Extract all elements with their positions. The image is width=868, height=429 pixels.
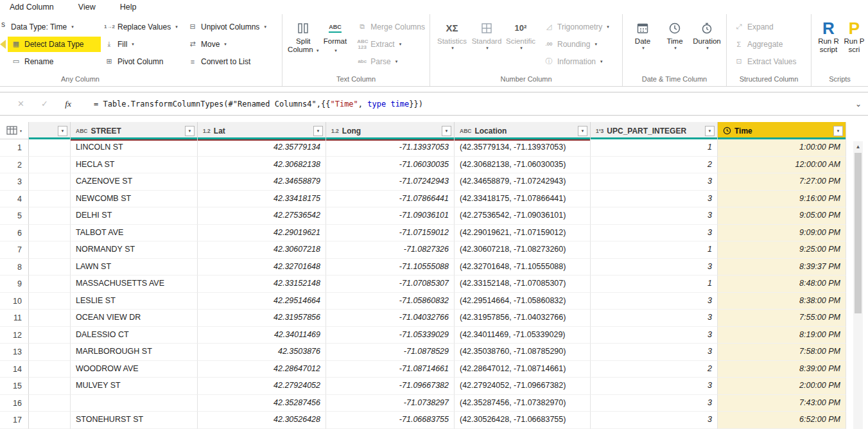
cell-time[interactable]: 2:00:00 PM [718, 378, 846, 395]
cell-long[interactable]: -71.07866441 [326, 191, 455, 208]
cell-long[interactable]: -71.07159012 [326, 225, 455, 242]
filter-dropdown-icon[interactable]: ▼ [185, 126, 195, 136]
cell-location[interactable]: (42.35038760, -71.08785290) [455, 344, 591, 361]
cell-upc-part-integer[interactable]: 3 [591, 310, 718, 327]
cell-time[interactable]: 7:55:00 PM [718, 310, 846, 327]
cell-street[interactable]: LESLIE ST [71, 293, 198, 310]
statistics-button[interactable]: XΣ Statistics ▾ [434, 18, 470, 75]
cancel-formula-icon[interactable]: ✕ [17, 99, 24, 109]
cell-upc-part-integer[interactable]: 3 [591, 327, 718, 344]
cell-location[interactable]: (42.30526428, -71.06683755) [455, 412, 591, 429]
cell-time[interactable]: 9:25:00 PM [718, 241, 846, 259]
cell-blank[interactable] [29, 395, 71, 412]
time-button[interactable]: Time ▾ [659, 18, 691, 75]
cell-lat[interactable]: 42.3503876 [198, 344, 326, 361]
column-header-time[interactable]: Time ▼ [718, 122, 846, 139]
cell-long[interactable]: -71.0738297 [326, 395, 455, 412]
rounding-button[interactable]: .00 Rounding ▾ [541, 35, 612, 53]
pivot-column-button[interactable]: ⊞ Pivot Column [101, 54, 184, 69]
rename-button[interactable]: ▭ Rename [8, 54, 101, 69]
column-header-long[interactable]: 1.2 Long ▼ [326, 122, 455, 139]
cell-time[interactable]: 9:05:00 PM [718, 207, 846, 225]
cell-street[interactable]: DELHI ST [71, 207, 198, 225]
cell-time[interactable]: 1:00:00 PM [718, 139, 846, 157]
cell-long[interactable]: -71.04032766 [326, 310, 455, 327]
row-number[interactable]: 11 [0, 310, 29, 327]
column-header-blank[interactable]: ▼ [29, 122, 71, 139]
cell-lat[interactable]: 42.33418175 [198, 191, 326, 208]
cell-long[interactable]: -71.13937053 [326, 139, 455, 157]
cell-long[interactable]: -71.05860832 [326, 293, 455, 310]
cell-long[interactable]: -71.07242943 [326, 173, 455, 191]
replace-values-button[interactable]: 1→2 Replace Values ▾ [101, 19, 184, 35]
parse-button[interactable]: abc Parse ▾ [354, 53, 428, 70]
cell-time[interactable]: 7:27:00 PM [718, 173, 846, 191]
cell-long[interactable]: -71.06030035 [326, 157, 455, 174]
cell-location[interactable]: (42.32701648, -71.10555088) [455, 259, 591, 276]
row-number[interactable]: 4 [0, 191, 29, 208]
column-header-street[interactable]: ABC STREET ▼ [71, 122, 198, 139]
menu-help[interactable]: Help [120, 3, 137, 12]
cell-location[interactable]: (42.34658879, -71.07242943) [455, 173, 591, 191]
cell-blank[interactable] [29, 361, 71, 378]
cell-blank[interactable] [29, 173, 71, 191]
cell-street[interactable]: OCEAN VIEW DR [71, 310, 198, 327]
cell-lat[interactable]: 42.35779134 [198, 139, 326, 157]
run-python-script-button[interactable]: P Run Pscri [842, 18, 867, 75]
cell-upc-part-integer[interactable]: 1 [591, 241, 718, 259]
cell-time[interactable]: 8:38:00 PM [718, 293, 846, 310]
row-number[interactable]: 15 [0, 378, 29, 395]
menu-add-column[interactable]: Add Column [10, 3, 54, 12]
cell-lat[interactable]: 42.28647012 [198, 361, 326, 378]
cell-time[interactable]: 8:39:37 PM [718, 259, 846, 276]
extract-values-button[interactable]: ⊡ Extract Values [731, 53, 811, 70]
cell-street[interactable]: HECLA ST [71, 157, 198, 174]
cell-upc-part-integer[interactable]: 3 [591, 225, 718, 242]
cell-lat[interactable]: 42.29019621 [198, 225, 326, 242]
cell-location[interactable]: (42.30682138, -71.06030035) [455, 157, 591, 174]
cell-time[interactable]: 8:48:00 PM [718, 276, 846, 293]
cell-street[interactable]: TALBOT AVE [71, 225, 198, 242]
cell-blank[interactable] [29, 293, 71, 310]
cell-blank[interactable] [29, 207, 71, 225]
cell-upc-part-integer[interactable]: 2 [591, 157, 718, 174]
cell-street[interactable]: DALESSIO CT [71, 327, 198, 344]
cell-location[interactable]: (42.33418175, -71.07866441) [455, 191, 591, 208]
row-number[interactable]: 14 [0, 361, 29, 378]
scroll-up-icon[interactable]: ▲ [853, 141, 863, 152]
cell-time[interactable]: 6:52:00 PM [718, 412, 846, 429]
cell-lat[interactable]: 42.33152148 [198, 276, 326, 293]
cell-lat[interactable]: 42.34011469 [198, 327, 326, 344]
cell-upc-part-integer[interactable]: 3 [591, 378, 718, 395]
convert-to-list-button[interactable]: ≡ Convert to List [184, 54, 284, 69]
cell-street[interactable]: CAZENOVE ST [71, 173, 198, 191]
cell-lat[interactable]: 42.27536542 [198, 207, 326, 225]
cell-location[interactable]: (42.34011469, -71.05339029) [455, 327, 591, 344]
standard-button[interactable]: Standard ▾ [470, 18, 503, 75]
cell-upc-part-integer[interactable]: 1 [591, 276, 718, 293]
cell-long[interactable]: -71.0878529 [326, 344, 455, 361]
cell-street[interactable]: MULVEY ST [71, 378, 198, 395]
formula-input[interactable]: = Table.TransformColumnTypes(#"Renamed C… [89, 100, 849, 109]
cell-time[interactable]: 7:58:00 PM [718, 344, 846, 361]
cell-time[interactable]: 12:00:00 AM [718, 157, 846, 174]
cell-blank[interactable] [29, 276, 71, 293]
cell-blank[interactable] [29, 191, 71, 208]
aggregate-button[interactable]: Σ Aggregate [731, 35, 811, 53]
cell-upc-part-integer[interactable]: 3 [591, 173, 718, 191]
cell-street[interactable]: WOODROW AVE [71, 361, 198, 378]
cell-location[interactable]: (42.29514664, -71.05860832) [455, 293, 591, 310]
cell-upc-part-integer[interactable]: 3 [591, 259, 718, 276]
cell-location[interactable]: (42.28647012, -71.08714661) [455, 361, 591, 378]
cell-lat[interactable]: 42.30526428 [198, 412, 326, 429]
cell-blank[interactable] [29, 378, 71, 395]
cell-blank[interactable] [29, 259, 71, 276]
row-number[interactable]: 6 [0, 225, 29, 242]
cell-long[interactable]: -71.0827326 [326, 241, 455, 259]
cell-location[interactable]: (42.29019621, -71.07159012) [455, 225, 591, 242]
cell-blank[interactable] [29, 344, 71, 361]
cell-lat[interactable]: 42.27924052 [198, 378, 326, 395]
cell-street[interactable] [71, 395, 198, 412]
duration-button[interactable]: Duration ▾ [691, 18, 723, 75]
row-number[interactable]: 17 [0, 412, 29, 429]
